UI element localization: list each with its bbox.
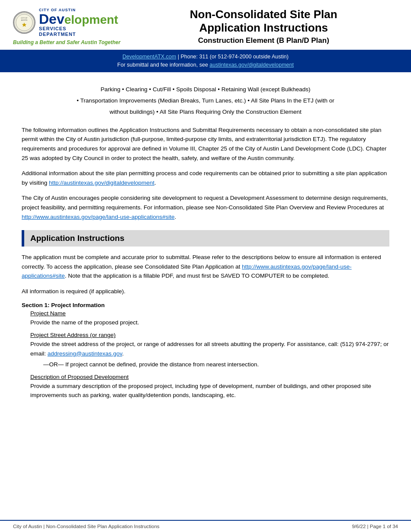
header-title-block: Non-Consolidated Site PlanApplication In… (129, 8, 398, 45)
project-address-subsection: Project Street Address (or range) Provid… (30, 332, 389, 369)
dev-text-dev: Dev (39, 12, 64, 26)
desc-dev-body: Provide a summary description of the pro… (30, 381, 389, 400)
bullet-line1: Parking • Clearing • Cut/Fill • Spoils D… (22, 84, 389, 95)
land-use-link[interactable]: http://www.austintexas.gov/page/land-use… (22, 214, 174, 220)
app-instructions-header: Application Instructions (22, 230, 389, 247)
services-dept-label: SERVICESDEPARTMENT (39, 26, 76, 37)
digital-dev-link-2[interactable]: http://austintexas.gov/digitaldevelopmen… (49, 179, 154, 186)
section1-title: Section 1: Project Information (22, 302, 389, 308)
main-subtitle: Construction Element (B Plan/D Plan) (129, 36, 398, 45)
app-intro-2: All information is required (if applicab… (22, 287, 389, 296)
developmentatx-link[interactable]: DevelopmentATX.com (122, 54, 176, 60)
footer-left: City of Austin | Non-Consolidated Site P… (13, 524, 160, 529)
city-seal-icon: CITY OF AUSTIN (13, 11, 35, 34)
desc-dev-label: Description of Proposed Development (30, 374, 389, 380)
desc-dev-subsection: Description of Proposed Development Prov… (30, 374, 389, 400)
project-name-body: Provide the name of the proposed project… (30, 318, 389, 327)
dev-text-elopment: elopment (64, 14, 118, 26)
logo-top: CITY OF AUSTIN CITY OF AUSTIN Developmen… (13, 8, 118, 37)
footer: City of Austin | Non-Consolidated Site P… (0, 520, 411, 532)
project-address-label: Project Street Address (or range) (30, 332, 389, 338)
bullet-intro: Parking • Clearing • Cut/Fill • Spoils D… (22, 84, 389, 118)
tagline: Building a Better and Safer Austin Toget… (13, 39, 120, 45)
bullet-line3: without buildings) • All Site Plans Requ… (22, 107, 389, 117)
info-line1: DevelopmentATX.com | Phone: 311 (or 512-… (9, 53, 402, 61)
intro-para-3: The City of Austin encourages people con… (22, 193, 389, 221)
digital-dev-link[interactable]: austintexas.gov/digitaldevelopment (209, 62, 294, 68)
app-instructions-title: Application Instructions (30, 234, 383, 243)
dev-logo-text: Development (39, 12, 118, 26)
header: CITY OF AUSTIN CITY OF AUSTIN Developmen… (0, 0, 411, 50)
addressing-email-link[interactable]: addressing@austintexas.gov (48, 350, 122, 357)
project-address-body: Provide the street address of the projec… (30, 340, 389, 358)
intro-para-2: Additional information about the site pl… (22, 169, 389, 187)
main-title: Non-Consolidated Site PlanApplication In… (129, 8, 398, 35)
intro-para-1: The following information outlines the A… (22, 125, 389, 163)
bullet-line2: • Transportation Improvements (Median Br… (22, 96, 389, 106)
info-line2: For submittal and fee information, see a… (9, 61, 402, 69)
info-bar: DevelopmentATX.com | Phone: 311 (or 512-… (0, 50, 411, 72)
page: CITY OF AUSTIN CITY OF AUSTIN Developmen… (0, 0, 411, 532)
svg-text:CITY OF: CITY OF (21, 18, 28, 19)
project-name-subsection: Project Name Provide the name of the pro… (30, 310, 389, 327)
development-logo: CITY OF AUSTIN Development SERVICESDEPAR… (39, 8, 118, 37)
logo-block: CITY OF AUSTIN CITY OF AUSTIN Developmen… (13, 8, 120, 45)
svg-text:AUSTIN: AUSTIN (21, 19, 27, 21)
info-phone: | Phone: 311 (or 512-974-2000 outside Au… (178, 54, 289, 60)
app-intro-1: The application must be complete and acc… (22, 253, 389, 281)
main-content: Parking • Clearing • Cut/Fill • Spoils D… (0, 72, 411, 520)
or-text: —OR— If project cannot be defined, provi… (43, 360, 389, 369)
project-name-label: Project Name (30, 310, 389, 317)
footer-right: 9/6/22 | Page 1 of 34 (352, 524, 398, 529)
